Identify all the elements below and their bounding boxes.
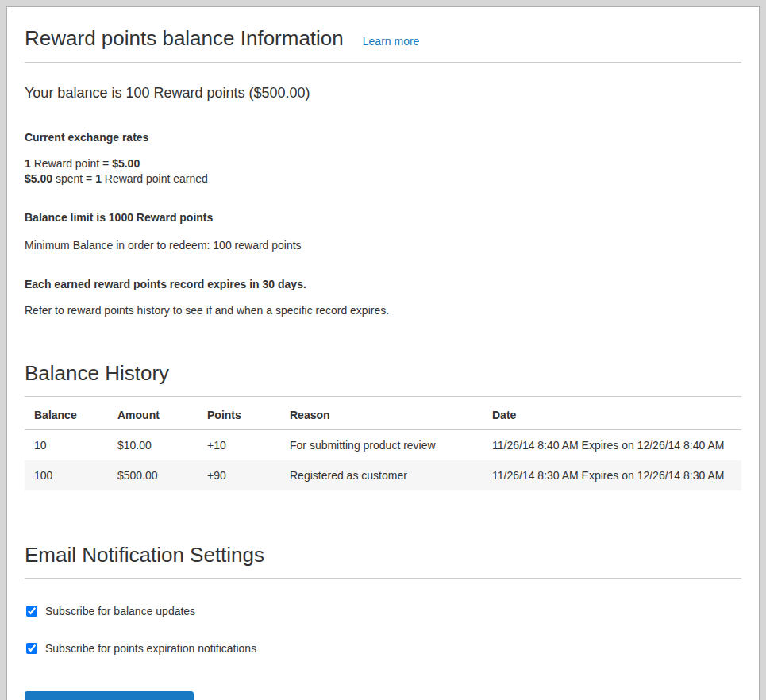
cell-balance: 10: [25, 430, 110, 461]
table-header-row: Balance Amount Points Reason Date: [25, 397, 741, 430]
cell-date: 11/26/14 8:40 AM Expires on 12/26/14 8:4…: [484, 430, 741, 461]
exchange-rates-heading: Current exchange rates: [25, 130, 741, 145]
expiration-heading: Each earned reward points record expires…: [25, 277, 741, 292]
rate2-text-suffix: Reward point earned: [102, 172, 208, 185]
column-header-date: Date: [484, 397, 741, 430]
points-expiration-option[interactable]: Subscribe for points expiration notifica…: [25, 642, 741, 655]
cell-date: 11/26/14 8:30 AM Expires on 12/26/14 8:3…: [484, 460, 741, 490]
balance-updates-label: Subscribe for balance updates: [45, 605, 195, 617]
minimum-balance-text: Minimum Balance in order to redeem: 100 …: [25, 238, 741, 253]
balance-history-title: Balance History: [25, 361, 741, 397]
balance-history-table: Balance Amount Points Reason Date 10 $10…: [25, 397, 741, 490]
cell-points: +10: [199, 430, 282, 461]
reward-points-card: Reward points balance Information Learn …: [6, 6, 760, 700]
cell-amount: $500.00: [110, 460, 199, 490]
points-expiration-label: Subscribe for points expiration notifica…: [45, 642, 256, 655]
exchange-rate-line-2: $5.00 spent = 1 Reward point earned: [25, 171, 741, 187]
rate1-currency-value: $5.00: [112, 157, 140, 170]
column-header-points: Points: [199, 397, 282, 430]
table-row: 100 $500.00 +90 Registered as customer 1…: [25, 460, 741, 490]
rate2-text: spent =: [52, 172, 95, 185]
rate2-points-value: 1: [95, 172, 102, 185]
exchange-rate-line-1: 1 Reward point = $5.00: [25, 156, 741, 171]
balance-limit-heading: Balance limit is 1000 Reward points: [25, 210, 741, 225]
rate1-points-value: 1: [25, 157, 31, 170]
cell-reason: Registered as customer: [282, 460, 484, 490]
page-title: Reward points balance Information: [25, 26, 344, 51]
points-expiration-checkbox[interactable]: [26, 643, 37, 654]
email-settings-title: Email Notification Settings: [25, 543, 741, 579]
learn-more-link[interactable]: Learn more: [363, 35, 420, 48]
balance-updates-checkbox[interactable]: [26, 606, 37, 617]
rate2-currency-value: $5.00: [25, 172, 52, 185]
column-header-reason: Reason: [282, 397, 484, 430]
table-row: 10 $10.00 +10 For submitting product rev…: [25, 430, 741, 461]
balance-summary: Your balance is 100 Reward points ($500.…: [25, 85, 741, 102]
column-header-amount: Amount: [110, 397, 199, 430]
page-header: Reward points balance Information Learn …: [25, 26, 741, 63]
column-header-balance: Balance: [25, 397, 110, 430]
cell-balance: 100: [25, 460, 110, 490]
balance-updates-option[interactable]: Subscribe for balance updates: [25, 605, 741, 617]
cell-points: +90: [199, 460, 282, 490]
rate1-text: Reward point =: [31, 157, 112, 170]
expiration-note: Refer to reward points history to see if…: [25, 303, 741, 318]
cell-amount: $10.00: [110, 430, 199, 461]
cell-reason: For submitting product review: [282, 430, 484, 461]
save-subscription-settings-button[interactable]: Save Subscription Settings: [25, 691, 194, 700]
